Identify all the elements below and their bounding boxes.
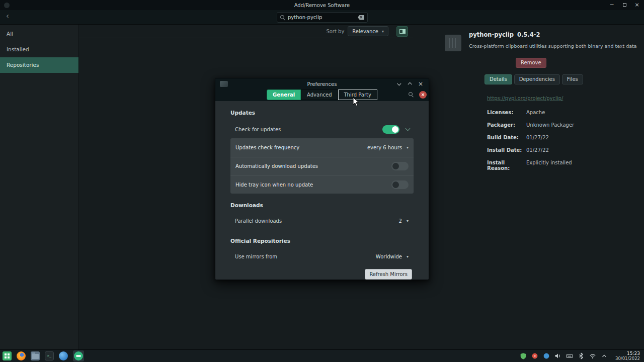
minimize-button[interactable]: − bbox=[609, 2, 615, 8]
clock[interactable]: 15:23 30/01/2022 bbox=[615, 351, 641, 361]
sidebar: All Installed Repositories bbox=[0, 25, 79, 349]
chevron-down-icon: ▾ bbox=[407, 145, 409, 150]
preferences-header: Preferences × General Advanced Third Par… bbox=[215, 78, 429, 101]
row-parallel-downloads: Parallel downloads 2 ▾ bbox=[230, 213, 414, 229]
section-downloads: Downloads bbox=[230, 202, 414, 209]
row-check-for-updates: Check for updates bbox=[230, 120, 414, 138]
tab-files[interactable]: Files bbox=[562, 74, 583, 84]
tab-advanced[interactable]: Advanced bbox=[301, 89, 338, 100]
dialog-close-badge-icon[interactable]: × bbox=[419, 91, 427, 99]
auto-download-toggle[interactable] bbox=[391, 162, 409, 170]
field-value: Unknown Packager bbox=[526, 122, 574, 128]
volume-icon[interactable] bbox=[554, 352, 561, 359]
system-tray bbox=[520, 352, 608, 359]
taskbar: >_ 15:23 30/01/2022 bbox=[0, 349, 644, 362]
package-version: 0.5.4-2 bbox=[517, 31, 540, 38]
wifi-icon[interactable] bbox=[589, 352, 596, 359]
back-button[interactable]: ‹ bbox=[6, 12, 9, 21]
shade-down-button[interactable] bbox=[397, 81, 401, 85]
hide-tray-label: Hide tray icon when no update bbox=[235, 182, 391, 188]
updates-options-group: Updates check frequency every 6 hours ▾ … bbox=[230, 138, 414, 194]
field-value: 01/27/22 bbox=[526, 135, 549, 140]
field-packager: Packager:Unknown Packager bbox=[487, 122, 574, 135]
dialog-search-icon[interactable] bbox=[409, 92, 414, 97]
tab-general[interactable]: General bbox=[267, 89, 301, 100]
dialog-close-button[interactable]: × bbox=[418, 81, 423, 86]
refresh-mirrors-button[interactable]: Refresh Mirrors bbox=[365, 269, 412, 280]
field-label: Packager: bbox=[487, 122, 526, 128]
hide-tray-toggle[interactable] bbox=[391, 180, 409, 189]
field-value: 01/27/22 bbox=[526, 147, 549, 153]
package-name: python-pyclip bbox=[469, 31, 514, 38]
shade-up-button[interactable] bbox=[408, 82, 412, 86]
sidebar-item-all[interactable]: All bbox=[0, 26, 78, 42]
field-value: Explicitly installed bbox=[526, 160, 572, 165]
use-mirrors-label: Use mirrors from bbox=[235, 254, 376, 259]
list-toolbar: Sort by Relevance ▾ bbox=[79, 25, 413, 38]
details-pane-toggle-button[interactable] bbox=[396, 26, 408, 37]
clock-date: 30/01/2022 bbox=[615, 356, 640, 361]
chevron-down-icon[interactable] bbox=[406, 126, 411, 131]
split-pane-icon bbox=[399, 29, 406, 34]
field-label: Install Date: bbox=[487, 147, 526, 153]
package-description: Cross-platform clipboard utilities suppo… bbox=[469, 43, 637, 49]
shield-icon[interactable] bbox=[520, 352, 527, 359]
bluetooth-icon[interactable] bbox=[578, 352, 585, 359]
tab-dependencies[interactable]: Dependencies bbox=[514, 74, 560, 84]
maximize-button[interactable] bbox=[621, 2, 627, 8]
row-use-mirrors-from: Use mirrors from Worldwide ▾ bbox=[230, 248, 414, 265]
auto-download-label: Automatically download updates bbox=[235, 163, 391, 169]
terminal-icon[interactable]: >_ bbox=[45, 351, 54, 360]
tray-expand-icon[interactable] bbox=[601, 352, 608, 359]
sort-dropdown[interactable]: Relevance ▾ bbox=[348, 26, 388, 36]
sidebar-item-repositories[interactable]: Repositories bbox=[0, 57, 78, 73]
field-build-date: Build Date:01/27/22 bbox=[487, 135, 574, 147]
preferences-tabbar: General Advanced Third Party × bbox=[215, 89, 429, 101]
field-licenses: Licenses:Apache bbox=[487, 110, 574, 122]
package-url-link[interactable]: https://pypi.org/project/pyclip/ bbox=[487, 96, 563, 101]
sort-value: Relevance bbox=[352, 29, 378, 34]
tab-details[interactable]: Details bbox=[485, 74, 512, 84]
check-for-updates-label: Check for updates bbox=[235, 127, 382, 132]
browser-icon[interactable] bbox=[59, 351, 68, 360]
package-title: python-pyclip0.5.4-2 bbox=[469, 31, 540, 38]
app-launcher-icon[interactable] bbox=[3, 351, 12, 360]
chevron-down-icon: ▾ bbox=[382, 29, 384, 34]
check-for-updates-toggle[interactable] bbox=[382, 125, 399, 134]
package-details-panel: python-pyclip0.5.4-2 Cross-platform clip… bbox=[413, 25, 644, 349]
field-label: Build Date: bbox=[487, 135, 526, 140]
chevron-down-icon: ▾ bbox=[407, 254, 409, 259]
maximize-icon bbox=[623, 3, 626, 7]
row-auto-download: Automatically download updates bbox=[230, 157, 414, 175]
close-button[interactable]: × bbox=[634, 2, 640, 8]
field-install-reason: Install Reason:Explicitly installed bbox=[487, 160, 574, 172]
firefox-icon[interactable] bbox=[17, 351, 26, 360]
window-title: Add/Remove Software bbox=[0, 3, 644, 8]
notification-dot-icon[interactable] bbox=[531, 352, 538, 359]
file-manager-icon[interactable] bbox=[31, 351, 40, 360]
window-titlebar: Add/Remove Software − × bbox=[0, 0, 644, 10]
row-hide-tray: Hide tray icon when no update bbox=[230, 175, 414, 194]
package-fields: Licenses:Apache Packager:Unknown Package… bbox=[487, 110, 574, 172]
messenger-icon[interactable] bbox=[543, 352, 550, 359]
section-official-repositories: Official Repositories bbox=[230, 238, 414, 244]
sidebar-item-installed[interactable]: Installed bbox=[0, 42, 78, 57]
row-update-frequency[interactable]: Updates check frequency every 6 hours ▾ bbox=[230, 138, 414, 157]
use-mirrors-value[interactable]: Worldwide bbox=[376, 254, 402, 259]
field-label: Install Reason: bbox=[487, 160, 526, 171]
parallel-downloads-label: Parallel downloads bbox=[235, 218, 399, 224]
mouse-cursor bbox=[353, 97, 360, 107]
search-field[interactable]: × bbox=[277, 12, 368, 23]
keyboard-icon[interactable] bbox=[566, 352, 573, 359]
sort-by-label: Sort by bbox=[326, 29, 344, 34]
headerbar: ‹ × bbox=[0, 10, 644, 25]
update-frequency-value: every 6 hours bbox=[367, 145, 402, 150]
package-icon bbox=[445, 35, 461, 51]
preferences-titlebar: Preferences × bbox=[215, 78, 429, 89]
search-input[interactable] bbox=[288, 15, 355, 20]
software-manager-icon bbox=[74, 351, 83, 360]
clear-search-icon[interactable]: × bbox=[358, 15, 364, 20]
active-app-slot[interactable] bbox=[73, 350, 84, 361]
remove-button[interactable]: Remove bbox=[516, 58, 546, 68]
parallel-downloads-value[interactable]: 2 bbox=[399, 218, 402, 224]
